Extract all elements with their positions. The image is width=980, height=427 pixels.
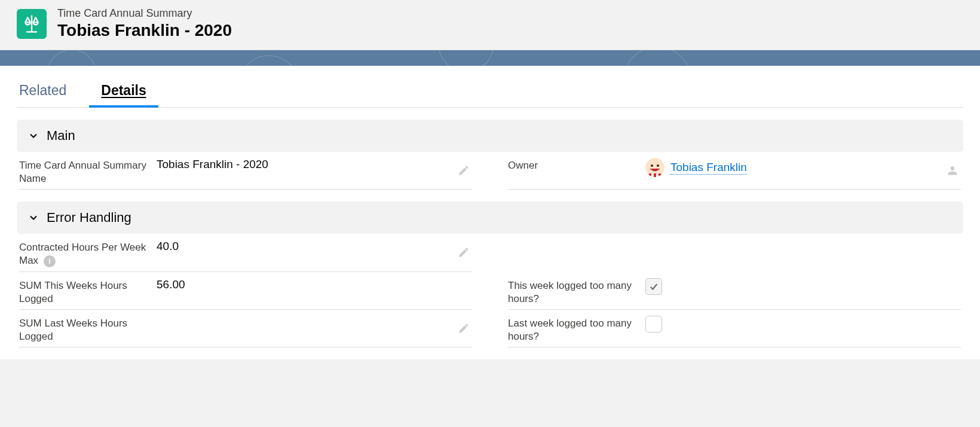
field-value: Tobias Franklin: [645, 158, 961, 177]
record-title: Tobias Franklin - 2020: [57, 20, 232, 41]
field-value: [645, 278, 961, 295]
field-label: Contracted Hours Per Week Max i: [19, 240, 157, 267]
field-sum-this-week: SUM This Weeks Hours Logged 56.00: [19, 272, 472, 310]
section-title: Main: [47, 128, 75, 144]
chevron-down-icon: [27, 212, 39, 224]
field-owner: Owner Tobias Fr: [508, 152, 961, 190]
checkbox-this-week[interactable]: [645, 278, 662, 295]
pencil-icon[interactable]: [458, 322, 470, 334]
record-type-label: Time Card Annual Summary: [57, 7, 232, 20]
field-value: [645, 316, 961, 333]
field-value: 40.0: [157, 240, 472, 253]
field-this-week-flag: This week logged too many hours?: [508, 272, 961, 310]
section-header-error-handling[interactable]: Error Handling: [17, 202, 963, 234]
field-label: Time Card Annual Summary Name: [19, 158, 157, 185]
svg-rect-5: [654, 173, 656, 177]
field-summary-name: Time Card Annual Summary Name Tobias Fra…: [19, 152, 472, 190]
field-label: This week logged too many hours?: [508, 278, 645, 306]
field-label: Last week logged too many hours?: [508, 316, 645, 343]
field-sum-last-week: SUM Last Weeks Hours Logged: [19, 310, 472, 347]
section-header-main[interactable]: Main: [17, 120, 963, 152]
field-label: SUM Last Weeks Hours Logged: [19, 316, 157, 343]
field-value: Tobias Franklin - 2020: [157, 158, 472, 171]
checkbox-last-week[interactable]: [645, 316, 662, 333]
tab-details[interactable]: Details: [99, 77, 148, 107]
change-owner-icon[interactable]: [947, 164, 958, 176]
pencil-icon[interactable]: [458, 164, 470, 176]
svg-rect-3: [649, 173, 651, 177]
tab-related[interactable]: Related: [17, 77, 69, 107]
section-title: Error Handling: [47, 210, 131, 225]
empty-cell: [508, 234, 961, 272]
tab-bar: Related Details: [17, 66, 963, 108]
svg-rect-6: [656, 173, 659, 177]
field-value: 56.00: [157, 278, 472, 291]
field-label: Owner: [508, 158, 645, 172]
field-label-text: Contracted Hours Per Week Max: [19, 242, 146, 266]
chevron-down-icon: [27, 130, 39, 142]
svg-rect-7: [659, 173, 661, 177]
scales-icon: [17, 9, 47, 39]
svg-point-1: [651, 164, 653, 167]
svg-rect-4: [651, 173, 654, 177]
owner-link[interactable]: Tobias Franklin: [670, 161, 747, 175]
owner-avatar: [645, 158, 664, 177]
field-last-week-flag: Last week logged too many hours?: [508, 310, 961, 347]
decorative-pattern: [0, 50, 980, 66]
field-label: SUM This Weeks Hours Logged: [19, 278, 157, 306]
info-icon[interactable]: i: [44, 255, 56, 267]
pencil-icon[interactable]: [458, 246, 470, 258]
svg-point-2: [657, 164, 659, 167]
field-contracted-max: Contracted Hours Per Week Max i 40.0: [19, 234, 472, 272]
record-header: Time Card Annual Summary Tobias Franklin…: [0, 0, 980, 50]
